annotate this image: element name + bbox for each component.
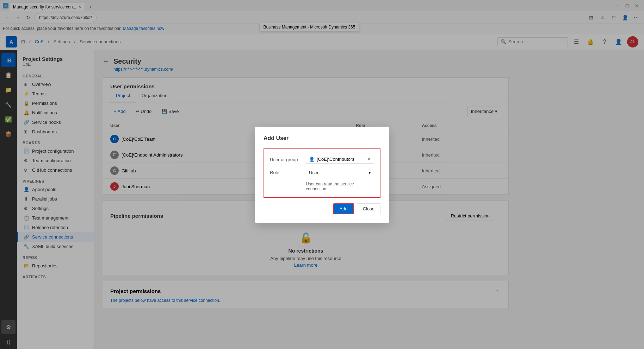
role-value: User [309,170,318,175]
dialog-close-button[interactable]: Close [357,203,380,214]
add-user-dialog: Add User User or group 👤 ✕ Role User [255,127,389,223]
user-or-group-input[interactable] [317,157,365,162]
user-input-control: 👤 ✕ [306,155,374,164]
role-help-text: User can read the service connection. [270,182,374,191]
dialog-form: User or group 👤 ✕ Role User ▾ [264,148,380,198]
dialog-add-button[interactable]: Add [333,203,354,214]
chevron-down-icon: ▾ [369,170,371,175]
modal-overlay: Add User User or group 👤 ✕ Role User [0,0,644,349]
clear-input-icon[interactable]: ✕ [367,157,371,161]
dialog-footer: Add Close [264,203,380,214]
role-select-control: User ▾ [306,168,374,177]
role-dropdown[interactable]: User ▾ [306,168,374,177]
dialog-title: Add User [264,135,380,141]
role-form-row: Role User ▾ [270,168,374,177]
user-form-row: User or group 👤 ✕ [270,155,374,164]
role-label: Role [270,168,302,175]
person-icon: 👤 [309,157,315,162]
user-input-wrapper: 👤 ✕ [306,155,374,164]
user-label: User or group [270,155,302,162]
